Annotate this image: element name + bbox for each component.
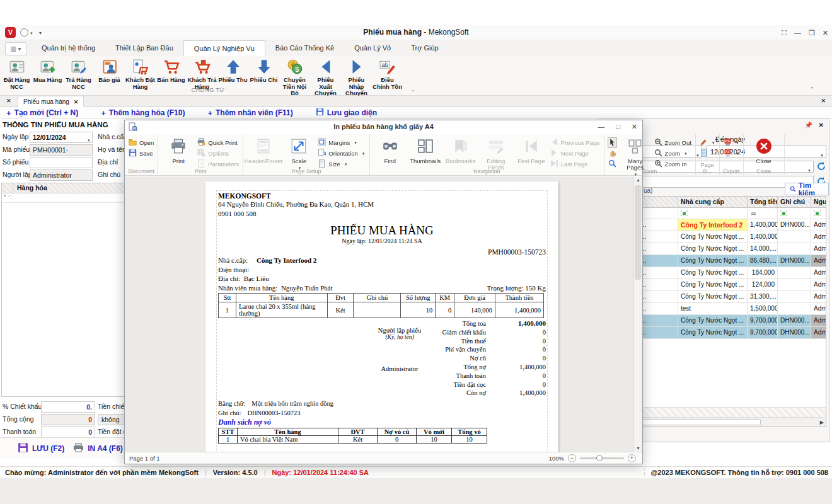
fullscreen-button[interactable]: ⛶: [782, 28, 787, 37]
action-button-2[interactable]: +Thêm nhân viên (F11): [201, 107, 309, 118]
ribbon-app-menu-icon[interactable]: ▥ ▾: [5, 42, 26, 55]
dialog-minimize-button[interactable]: —: [598, 123, 604, 131]
statusbar-version: Version: 4.5.0: [213, 469, 258, 476]
preview-vertical-scrollbar[interactable]: ▲ ▼: [633, 176, 642, 452]
dialog-maximize-button[interactable]: □: [616, 123, 620, 131]
toolbar-button-pdf2[interactable]: PDF▼: [724, 149, 739, 158]
ribbon-tab-1[interactable]: Thiết Lập Ban Đầu: [105, 40, 183, 56]
panel-close-icon[interactable]: ✕: [819, 122, 824, 129]
grid-filter-cell-3[interactable]: [778, 208, 811, 219]
field-2[interactable]: [30, 157, 93, 168]
dialog-close-button[interactable]: ✕: [632, 123, 637, 131]
scrollbar-thumb[interactable]: [635, 185, 641, 280]
toolbar-button-pdf[interactable]: PDF▼: [724, 138, 739, 147]
cart-box-icon: [194, 59, 211, 75]
toolbar-button-page-color[interactable]: [700, 149, 715, 158]
cell: 124,000: [748, 279, 778, 290]
field-0[interactable]: 12/01/2024▼: [30, 132, 93, 143]
tabbar-close-icon[interactable]: ✕: [6, 98, 11, 104]
footer-button-0[interactable]: LƯU (F2): [18, 442, 64, 455]
restore-button[interactable]: ❐: [809, 28, 815, 37]
toolbar-button-hand[interactable]: [608, 149, 616, 158]
toolbar-button-size[interactable]: Size▼: [318, 159, 365, 169]
minimize-button[interactable]: —: [794, 28, 801, 37]
vo-row: 1Vỏ chai bia Việt NamKét01010: [219, 436, 487, 444]
items-header: KM: [436, 294, 454, 302]
vo-header: Tổng vỏ: [452, 428, 487, 436]
grid-column-header-4[interactable]: Người: [811, 197, 826, 207]
cell: Công Ty Interfood 2: [678, 219, 748, 231]
tabbar-close-right-icon[interactable]: ✕: [821, 98, 826, 104]
toolbar-button-margins[interactable]: Margins▼: [318, 138, 365, 147]
tab-close-icon[interactable]: ✕: [74, 99, 79, 105]
cell: Công Ty Nước Ngọt ...: [678, 279, 748, 290]
toolbar-button-print[interactable]: Print: [162, 136, 195, 164]
print-preview-dialog: In phiếu bán hàng khổ giấy A4 — □ ✕ Open…: [124, 120, 643, 464]
toolbar-button-thumbnails[interactable]: Thumbnails: [409, 136, 442, 164]
total-field-1[interactable]: 0: [41, 414, 95, 425]
ab-pencil-icon: ab: [379, 59, 396, 75]
grid-column-header-3[interactable]: Ghi chú: [778, 197, 811, 207]
toolbar-button-pointer[interactable]: [608, 138, 616, 147]
scroll-down-icon[interactable]: ▼: [634, 446, 642, 450]
ribbon-group-dialog-icon[interactable]: ⌄: [411, 87, 415, 93]
arrow-up-icon: [225, 59, 241, 75]
plus-icon: +: [101, 108, 106, 118]
grid-filter-cell-4[interactable]: [811, 208, 826, 219]
toolbar-button-zoom[interactable]: Zoom▼: [654, 149, 691, 158]
grid-newrow-marker: * -:: [2, 193, 13, 202]
action-button-0[interactable]: +Tạo mới (Ctrl + N): [0, 107, 95, 118]
size-icon: [318, 159, 326, 169]
preview-surface[interactable]: MEKONGSOFT 64 Nguyễn Đình Chiểu, Phường …: [125, 176, 642, 452]
ribbon-tab-3[interactable]: Báo Cáo Thống Kê: [265, 40, 344, 56]
field-3[interactable]: Administrator: [30, 169, 93, 181]
search-button[interactable]: Tìm kiếm: [785, 183, 829, 195]
ribbon-collapse-icon[interactable]: ⌃: [809, 86, 814, 93]
grid-column-header-1[interactable]: Nhà cung cấp: [678, 197, 748, 207]
zoom-slider[interactable]: [580, 457, 624, 459]
ribbon-tab-2[interactable]: Quản Lý Nghiệp Vụ: [183, 40, 265, 56]
toolbar-button-open[interactable]: Open: [129, 138, 154, 147]
toolbar-group-zoom: Many Pages▼Zoom OutZoom▼Zoom InZoom: [604, 134, 696, 175]
grid-filter-cell-1[interactable]: [678, 208, 748, 219]
close-red-icon: [756, 138, 772, 157]
tab-phieu-mua-hang[interactable]: Phiếu mua hàng✕: [18, 96, 84, 107]
floppy-blue-icon: [129, 149, 137, 158]
grid-filter-cell-2[interactable]: [748, 208, 778, 219]
doc-address: 64 Nguyễn Đình Chiểu, Phường Đa Kao, Quậ…: [218, 200, 546, 209]
search-hint-text: ua): [644, 187, 652, 194]
toolbar-button-zoom-in[interactable]: Zoom In: [654, 159, 691, 169]
total-field-0[interactable]: 0.: [41, 401, 95, 413]
scroll-up-icon[interactable]: ▲: [634, 178, 642, 182]
zoom-in-button[interactable]: +: [628, 454, 636, 462]
toolbar-button-scale[interactable]: Scale▼: [282, 136, 315, 171]
grid-column-header-2[interactable]: Tổng tiền: [748, 197, 778, 207]
ribbon-tab-0[interactable]: Quản trị hệ thống: [32, 40, 105, 56]
zoom-slider-knob[interactable]: [596, 455, 603, 461]
nav-last-icon: [550, 159, 558, 169]
ribbon-tab-5[interactable]: Trợ Giúp: [401, 40, 448, 56]
scroll-right-icon[interactable]: ▶: [820, 420, 824, 425]
toolbar-button-magnifier[interactable]: [608, 159, 616, 169]
refresh-icon[interactable]: [816, 161, 826, 171]
toolbar-button-quick-print[interactable]: Quick Print: [197, 138, 239, 147]
zoom-out-button[interactable]: −: [568, 454, 576, 462]
toolbar-button-find[interactable]: Find: [374, 136, 407, 164]
toolbar-button-save[interactable]: Save: [129, 149, 154, 158]
field-1[interactable]: PMH00001-120124: [30, 144, 93, 156]
ribbon-tabbar: ▥ ▾ Quản trị hệ thốngThiết Lập Ban ĐầuQu…: [0, 40, 832, 56]
ribbon-tab-4[interactable]: Quản Lý Vỏ: [344, 40, 401, 56]
toolbar-button-zoom-out[interactable]: Zoom Out: [654, 138, 691, 147]
field-label-2: Họ và tên: [98, 146, 126, 153]
close-button[interactable]: ✕: [823, 28, 828, 37]
toolbar-button-watermark[interactable]: ▼: [700, 138, 715, 147]
total-field-2[interactable]: 0: [41, 427, 95, 438]
action-button-3[interactable]: Lưu giao diện: [309, 107, 393, 118]
action-button-1[interactable]: +Thêm hàng hóa (F10): [95, 107, 201, 118]
toolbar-button-orientation[interactable]: Orientation▼: [318, 149, 365, 158]
pin-icon[interactable]: 📌: [805, 122, 812, 129]
toolbar-group-close: CloseClose: [744, 134, 785, 175]
toolbar-button-close[interactable]: Close: [748, 136, 780, 164]
toolbar-group-document: OpenSaveDocument: [125, 134, 158, 175]
footer-button-1[interactable]: IN A4 (F6): [73, 442, 123, 455]
